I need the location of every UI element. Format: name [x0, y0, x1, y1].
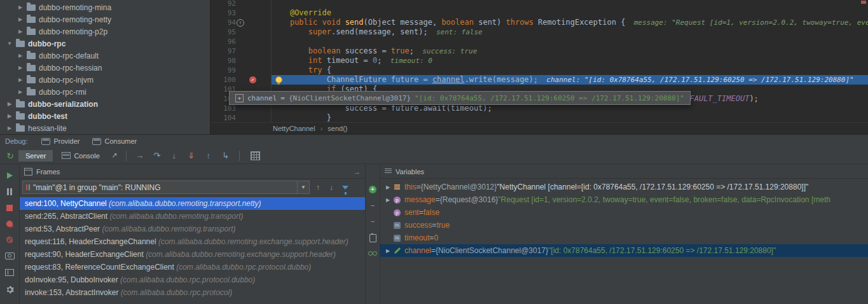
view-breakpoints-grid-icon[interactable]: [251, 151, 260, 160]
previous-frame-icon[interactable]: ↑: [313, 183, 323, 192]
line-number[interactable]: 95: [210, 27, 236, 37]
jump-to-console-icon[interactable]: ↗: [109, 151, 120, 160]
breadcrumb-class[interactable]: NettyChannel: [273, 125, 315, 132]
tree-item[interactable]: ▶dubbo-rpc-injvm: [0, 74, 210, 86]
tab-server[interactable]: Server: [18, 150, 53, 162]
variable-expand-icon[interactable]: ▶: [383, 197, 392, 203]
restore-layout-icon[interactable]: [5, 269, 14, 276]
stack-frame-row[interactable]: send:53, AbstractPeer (com.alibaba.dubbo…: [20, 223, 365, 235]
primitive-icon: 01: [392, 222, 402, 229]
tree-item[interactable]: ▶hessian-lite: [0, 122, 210, 134]
line-number[interactable]: 97: [210, 46, 236, 56]
tree-item[interactable]: ▶dubbo-rpc-hessian: [0, 62, 210, 74]
thread-icon: [26, 184, 30, 190]
tree-expand-icon[interactable]: ▶: [6, 125, 13, 131]
tree-item[interactable]: ▶dubbo-rpc-default: [0, 50, 210, 62]
variable-row[interactable]: 01success = true: [380, 219, 868, 231]
override-icon[interactable]: ↑: [237, 19, 244, 27]
tree-item[interactable]: ▶dubbo-remoting-mina: [0, 1, 210, 13]
stack-frame-row[interactable]: request:116, HeaderExchangeChannel (com.…: [20, 235, 365, 248]
tree-expand-icon[interactable]: ▶: [17, 77, 24, 83]
tree-expand-icon[interactable]: ▶: [6, 101, 13, 107]
resume-icon[interactable]: [7, 172, 13, 179]
intention-bulb-icon[interactable]: [275, 76, 282, 83]
tree-expand-icon[interactable]: ▶: [17, 53, 24, 59]
tree-item[interactable]: ▶dubbo-remoting-netty: [0, 13, 210, 25]
tree-item-label: dubbo-rpc: [28, 39, 65, 48]
line-number[interactable]: 94: [210, 18, 236, 27]
stop-icon[interactable]: [6, 205, 13, 211]
variable-row[interactable]: ▶pmessage = {Request@3016} "Request [id=…: [380, 193, 868, 206]
breadcrumb-method[interactable]: send(): [327, 125, 347, 132]
copy-icon[interactable]: [369, 234, 376, 242]
variable-row[interactable]: 01timeout = 0: [380, 231, 868, 244]
line-number[interactable]: 99: [210, 66, 236, 75]
tree-expand-icon[interactable]: ▶: [17, 89, 24, 95]
tree-expand-icon[interactable]: ▶: [17, 65, 24, 71]
run-to-cursor-icon[interactable]: ↳: [218, 151, 233, 160]
rerun-icon[interactable]: ↻: [4, 151, 17, 161]
step-into-icon[interactable]: ↓: [167, 151, 182, 160]
frames-title: Frames: [36, 168, 60, 176]
stack-frame-row[interactable]: doInvoke:95, DubboInvoker (com.alibaba.d…: [20, 273, 365, 286]
tab-console[interactable]: Console: [55, 150, 106, 162]
variable-expand-icon[interactable]: ▶: [383, 184, 392, 190]
stack-frame-row[interactable]: send:100, NettyChannel (com.alibaba.dubb…: [20, 197, 365, 210]
step-out-icon[interactable]: ↑: [201, 151, 216, 160]
tree-expand-icon[interactable]: ▶: [6, 113, 13, 119]
tree-item[interactable]: ▶dubbo-rpc-rmi: [0, 86, 210, 98]
tree-item-label: dubbo-remoting-netty: [39, 15, 111, 24]
thread-dropdown-value: "main"@1 in group "main": RUNNING: [33, 183, 294, 192]
tree-item-label: dubbo-test: [28, 112, 67, 121]
tree-item[interactable]: ▼dubbo-rpc: [0, 38, 210, 50]
show-execution-point-icon[interactable]: →: [132, 151, 148, 160]
line-number[interactable]: 92: [210, 0, 236, 8]
mute-breakpoints-icon[interactable]: [6, 237, 13, 243]
collapse-icon[interactable]: −: [371, 218, 375, 225]
thread-dropdown[interactable]: "main"@1 in group "main": RUNNING ▼: [22, 181, 310, 194]
view-breakpoints-icon[interactable]: [6, 221, 13, 227]
line-number[interactable]: 93: [210, 8, 236, 18]
frames-options-icon[interactable]: →: [354, 168, 361, 176]
remove-watch-icon[interactable]: −: [371, 202, 375, 209]
breadcrumb: NettyChannel › send(): [210, 122, 868, 134]
variable-expand-icon[interactable]: ▶: [383, 248, 392, 254]
folder-icon: [27, 77, 36, 83]
step-over-icon[interactable]: ↷: [149, 151, 165, 160]
debug-tab-consumer[interactable]: Consumer: [86, 135, 143, 148]
show-watches-icon[interactable]: [368, 251, 377, 255]
next-frame-icon[interactable]: ↓: [326, 183, 336, 192]
force-step-into-icon[interactable]: ⇓: [184, 151, 199, 160]
tree-expand-icon[interactable]: ▶: [17, 4, 24, 10]
stack-frame-row[interactable]: request:90, HeaderExchangeClient (com.al…: [20, 248, 365, 261]
expand-icon[interactable]: +: [235, 94, 244, 102]
tree-item[interactable]: ▶dubbo-remoting-p2p: [0, 25, 210, 38]
line-number[interactable]: 100: [210, 75, 236, 85]
error-stripe-mark[interactable]: [861, 1, 866, 4]
tree-item[interactable]: ▶dubbo-serialization: [0, 98, 210, 110]
line-number[interactable]: 104: [210, 113, 236, 123]
tree-item-label: dubbo-rpc-hessian: [39, 64, 102, 73]
tree-expand-icon[interactable]: ▶: [17, 17, 24, 22]
stack-frame-row[interactable]: send:265, AbstractClient (com.alibaba.du…: [20, 210, 365, 223]
variable-row[interactable]: ▶channel = {NioClientSocketChannel@3017}…: [380, 244, 868, 257]
hide-library-frames-icon[interactable]: [342, 186, 348, 190]
tree-item[interactable]: ▶dubbo-test: [0, 110, 210, 122]
breakpoint-icon[interactable]: ✓: [249, 76, 256, 83]
debug-tab-provider[interactable]: Provider: [35, 135, 86, 148]
variable-row[interactable]: ▶this = {NettyChannel@3012} "NettyChanne…: [380, 181, 868, 193]
thread-dump-icon[interactable]: [5, 252, 15, 259]
add-watch-icon[interactable]: +: [369, 186, 376, 193]
tree-expand-icon[interactable]: ▶: [17, 29, 24, 34]
variable-row[interactable]: psent = false: [380, 206, 868, 219]
stack-frame-row[interactable]: invoke:153, AbstractInvoker (com.alibaba…: [20, 286, 365, 299]
line-number[interactable]: 103: [210, 104, 236, 113]
line-number[interactable]: 98: [210, 56, 236, 66]
chevron-down-icon[interactable]: ▼: [297, 181, 309, 193]
tree-expand-icon[interactable]: ▼: [6, 41, 13, 46]
line-number[interactable]: 96: [210, 37, 236, 46]
stack-frame-row[interactable]: request:83, ReferenceCountExchangeClient…: [20, 261, 365, 273]
folder-icon: [27, 29, 36, 35]
pause-icon[interactable]: [7, 188, 12, 195]
settings-gear-icon[interactable]: [6, 286, 14, 294]
